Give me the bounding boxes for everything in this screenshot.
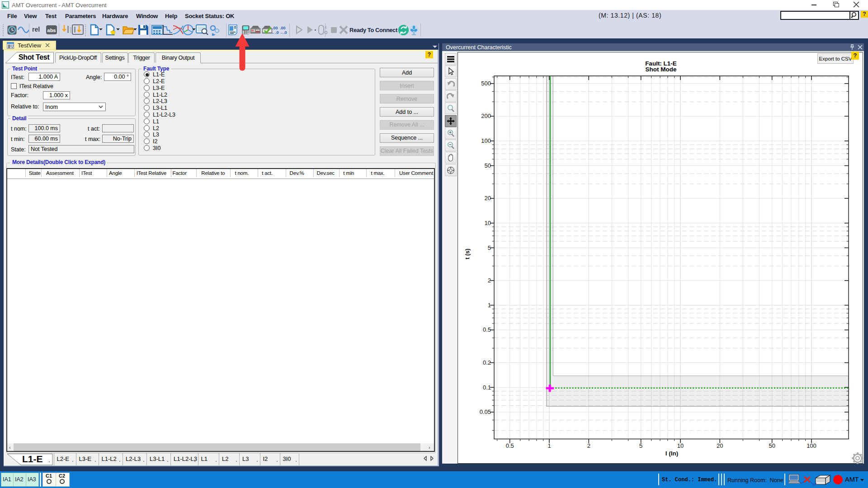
svg-text:2: 2: [488, 277, 491, 284]
svg-text:1: 1: [488, 302, 491, 309]
svg-text:100: 100: [807, 442, 816, 449]
svg-text:10: 10: [485, 220, 491, 226]
svg-text:100: 100: [481, 137, 491, 144]
svg-text:20: 20: [717, 442, 723, 449]
svg-text:0.2: 0.2: [483, 359, 491, 366]
svg-text:20: 20: [485, 195, 491, 202]
svg-text:t (s): t (s): [464, 249, 471, 259]
svg-text:0.1: 0.1: [483, 384, 491, 391]
svg-text:200: 200: [481, 113, 491, 119]
svg-text:500: 500: [481, 80, 491, 87]
svg-text:1: 1: [547, 442, 551, 449]
svg-text:0.5: 0.5: [483, 326, 491, 333]
svg-text:0.05: 0.05: [480, 408, 491, 415]
svg-text:0.5: 0.5: [506, 442, 514, 449]
svg-text:50: 50: [769, 442, 775, 449]
svg-text:5: 5: [639, 442, 642, 449]
svg-text:Shot Mode: Shot Mode: [646, 66, 677, 73]
svg-text:50: 50: [485, 162, 491, 169]
svg-text:10: 10: [677, 442, 684, 449]
svg-text:I (In): I (In): [665, 450, 679, 457]
svg-text:2: 2: [587, 442, 590, 449]
svg-text:5: 5: [488, 244, 491, 251]
